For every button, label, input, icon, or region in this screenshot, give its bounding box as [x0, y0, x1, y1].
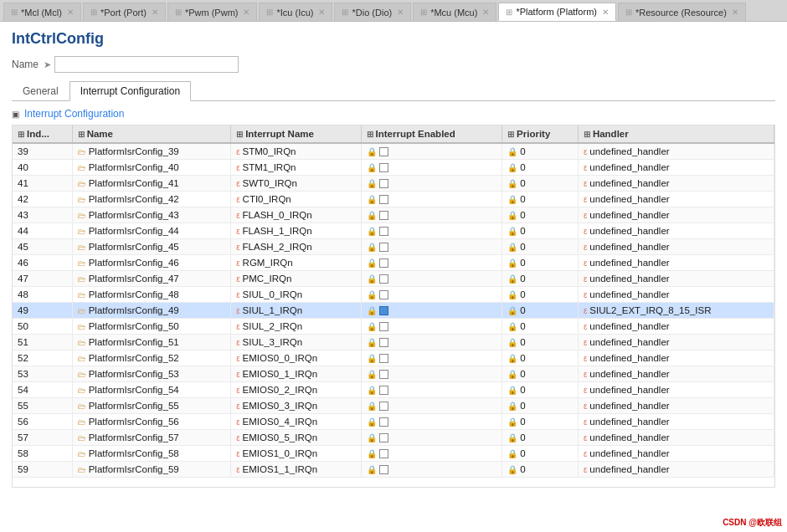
table-row[interactable]: 59🗁PlatformIsrConfig_59εEMIOS1_1_IRQn🔒🔒 … [13, 462, 774, 478]
checkbox-enabled-3[interactable] [379, 195, 388, 204]
table-row[interactable]: 45🗁PlatformIsrConfig_45εFLASH_2_IRQn🔒🔒 0… [13, 239, 774, 255]
checkbox-enabled-15[interactable] [379, 386, 388, 395]
checkbox-enabled-10[interactable] [379, 306, 388, 315]
tab-close-dio[interactable]: ✕ [397, 8, 404, 17]
cell-enabled-10[interactable]: 🔒 [361, 303, 502, 319]
table-row[interactable]: 58🗁PlatformIsrConfig_58εEMIOS1_0_IRQn🔒🔒 … [13, 446, 774, 462]
checkbox-enabled-18[interactable] [379, 433, 388, 442]
cell-enabled-5[interactable]: 🔒 [361, 223, 502, 239]
cell-index-15: 54 [13, 382, 72, 398]
table-row[interactable]: 54🗁PlatformIsrConfig_54εEMIOS0_2_IRQn🔒🔒 … [13, 382, 774, 398]
cell-enabled-7[interactable]: 🔒 [361, 255, 502, 271]
tab-icon-dio: ⊞ [342, 8, 348, 17]
cell-enabled-1[interactable]: 🔒 [361, 160, 502, 176]
handler-icon-13: ε [584, 354, 587, 363]
table-row[interactable]: 39🗁PlatformIsrConfig_39εSTM0_IRQn🔒🔒 0εun… [13, 143, 774, 160]
table-row[interactable]: 40🗁PlatformIsrConfig_40εSTM1_IRQn🔒🔒 0εun… [13, 160, 774, 176]
table-row[interactable]: 41🗁PlatformIsrConfig_41εSWT0_IRQn🔒🔒 0εun… [13, 176, 774, 192]
name-input[interactable] [54, 56, 239, 73]
cell-enabled-6[interactable]: 🔒 [361, 239, 502, 255]
table-row[interactable]: 56🗁PlatformIsrConfig_56εEMIOS0_4_IRQn🔒🔒 … [13, 414, 774, 430]
cell-enabled-16[interactable]: 🔒 [361, 398, 502, 414]
section-toggle-icon[interactable]: ▣ [12, 110, 19, 119]
tab-close-platform[interactable]: ✕ [602, 8, 609, 17]
checkbox-enabled-7[interactable] [379, 258, 388, 268]
priority-lock-14: 🔒 [507, 370, 517, 379]
cell-enabled-2[interactable]: 🔒 [361, 176, 502, 192]
checkbox-enabled-17[interactable] [379, 417, 388, 427]
cell-enabled-4[interactable]: 🔒 [361, 207, 502, 223]
tab-resource[interactable]: ⊞*Resource (Resource)✕ [618, 3, 746, 21]
table-row[interactable]: 57🗁PlatformIsrConfig_57εEMIOS0_5_IRQn🔒🔒 … [13, 430, 774, 446]
cell-enabled-11[interactable]: 🔒 [361, 319, 502, 335]
tab-pwm[interactable]: ⊞*Pwm (Pwm)✕ [167, 3, 258, 21]
lock-icon-20: 🔒 [367, 465, 377, 474]
table-row[interactable]: 48🗁PlatformIsrConfig_48εSIUL_0_IRQn🔒🔒 0ε… [13, 287, 774, 303]
checkbox-enabled-13[interactable] [379, 354, 388, 363]
cell-handler-15: εundefined_handler [578, 382, 774, 398]
cell-enabled-8[interactable]: 🔒 [361, 271, 502, 287]
table-row[interactable]: 46🗁PlatformIsrConfig_46εRGM_IRQn🔒🔒 0εund… [13, 255, 774, 271]
checkbox-enabled-16[interactable] [379, 402, 388, 411]
subtab-interrupt-configuration[interactable]: Interrupt Configuration [69, 81, 191, 101]
tab-port[interactable]: ⊞*Port (Port)✕ [83, 3, 166, 21]
checkbox-enabled-2[interactable] [379, 179, 388, 188]
tab-close-port[interactable]: ✕ [152, 8, 158, 17]
tab-mcl[interactable]: ⊞*Mcl (Mcl)✕ [3, 3, 81, 21]
cell-enabled-17[interactable]: 🔒 [361, 414, 502, 430]
tab-platform[interactable]: ⊞*Platform (Platform)✕ [498, 3, 616, 21]
table-row[interactable]: 51🗁PlatformIsrConfig_51εSIUL_3_IRQn🔒🔒 0ε… [13, 335, 774, 350]
table-row[interactable]: 42🗁PlatformIsrConfig_42εCTI0_IRQn🔒🔒 0εun… [13, 192, 774, 207]
table-row[interactable]: 50🗁PlatformIsrConfig_50εSIUL_2_IRQn🔒🔒 0ε… [13, 319, 774, 335]
cell-enabled-14[interactable]: 🔒 [361, 366, 502, 382]
table-row[interactable]: 47🗁PlatformIsrConfig_47εPMC_IRQn🔒🔒 0εund… [13, 271, 774, 287]
checkbox-enabled-5[interactable] [379, 227, 388, 236]
checkbox-enabled-8[interactable] [379, 274, 388, 284]
subtab-general[interactable]: General [12, 81, 69, 100]
tab-close-resource[interactable]: ✕ [732, 8, 738, 17]
table-row[interactable]: 49🗁PlatformIsrConfig_49εSIUL_1_IRQn🔒🔒 0ε… [13, 303, 774, 319]
tab-close-mcu[interactable]: ✕ [482, 8, 489, 17]
checkbox-enabled-6[interactable] [379, 243, 388, 252]
checkbox-enabled-4[interactable] [379, 211, 388, 220]
table-row[interactable]: 43🗁PlatformIsrConfig_43εFLASH_0_IRQn🔒🔒 0… [13, 207, 774, 223]
cell-enabled-12[interactable]: 🔒 [361, 335, 502, 350]
checkbox-enabled-11[interactable] [379, 322, 388, 331]
table-row[interactable]: 55🗁PlatformIsrConfig_55εEMIOS0_3_IRQn🔒🔒 … [13, 398, 774, 414]
cell-enabled-9[interactable]: 🔒 [361, 287, 502, 303]
tab-close-pwm[interactable]: ✕ [243, 8, 249, 17]
cell-enabled-3[interactable]: 🔒 [361, 192, 502, 207]
cell-enabled-18[interactable]: 🔒 [361, 430, 502, 446]
cell-enabled-0[interactable]: 🔒 [361, 143, 502, 160]
lock-icon-16: 🔒 [367, 402, 377, 411]
checkbox-enabled-20[interactable] [379, 465, 388, 474]
cell-enabled-20[interactable]: 🔒 [361, 462, 502, 478]
table-row[interactable]: 52🗁PlatformIsrConfig_52εEMIOS0_0_IRQn🔒🔒 … [13, 350, 774, 366]
cell-enabled-13[interactable]: 🔒 [361, 350, 502, 366]
priority-lock-15: 🔒 [507, 386, 517, 395]
handler-icon-3: ε [584, 195, 587, 204]
checkbox-enabled-9[interactable] [379, 290, 388, 299]
cell-enabled-15[interactable]: 🔒 [361, 382, 502, 398]
cell-enabled-19[interactable]: 🔒 [361, 446, 502, 462]
tab-close-mcl[interactable]: ✕ [67, 8, 74, 17]
checkbox-enabled-12[interactable] [379, 338, 388, 347]
lock-icon-13: 🔒 [367, 354, 377, 363]
cell-handler-10: εSIUL2_EXT_IRQ_8_15_ISR [578, 303, 774, 319]
tab-close-icu[interactable]: ✕ [318, 8, 325, 17]
table-row[interactable]: 53🗁PlatformIsrConfig_53εEMIOS0_1_IRQn🔒🔒 … [13, 366, 774, 382]
table-row[interactable]: 44🗁PlatformIsrConfig_44εFLASH_1_IRQn🔒🔒 0… [13, 223, 774, 239]
tab-icu[interactable]: ⊞*Icu (Icu)✕ [259, 3, 332, 21]
cell-index-12: 51 [13, 335, 72, 350]
checkbox-enabled-0[interactable] [379, 147, 388, 156]
priority-lock-12: 🔒 [507, 338, 517, 347]
handler-icon-11: ε [584, 322, 587, 331]
tab-mcu[interactable]: ⊞*Mcu (Mcu)✕ [413, 3, 496, 21]
checkbox-enabled-19[interactable] [379, 449, 388, 458]
cell-priority-7: 🔒 0 [502, 255, 579, 271]
table-container[interactable]: ⊞Ind...⊞Name⊞Interrupt Name⊞Interrupt En… [12, 125, 775, 488]
checkbox-enabled-14[interactable] [379, 370, 388, 379]
tab-dio[interactable]: ⊞*Dio (Dio)✕ [334, 3, 411, 21]
checkbox-enabled-1[interactable] [379, 163, 388, 172]
cell-handler-4: εundefined_handler [578, 207, 774, 223]
